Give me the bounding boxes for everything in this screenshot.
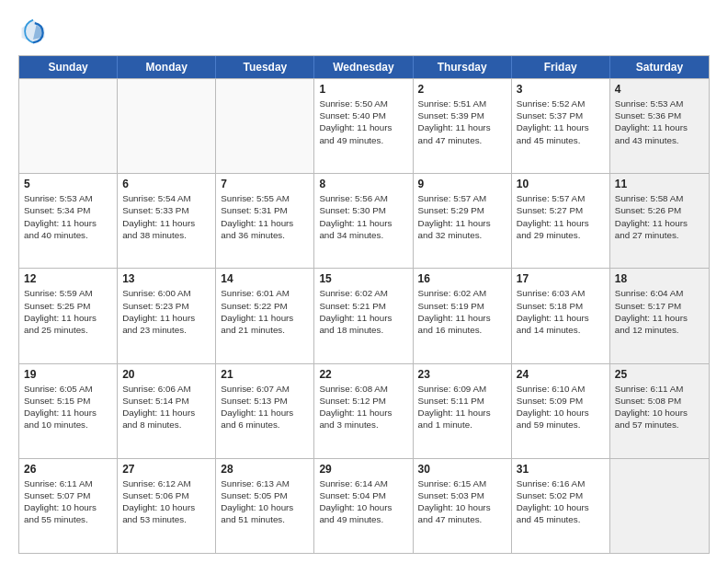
calendar-cell-27: 27Sunrise: 6:12 AM Sunset: 5:06 PM Dayli… (118, 459, 216, 553)
cell-info: Sunrise: 6:02 AM Sunset: 5:19 PM Dayligh… (418, 287, 506, 336)
weekday-header-thursday: Thursday (414, 56, 512, 78)
cell-info: Sunrise: 6:14 AM Sunset: 5:04 PM Dayligh… (319, 477, 407, 526)
cell-info: Sunrise: 5:53 AM Sunset: 5:36 PM Dayligh… (615, 98, 704, 146)
cell-info: Sunrise: 5:57 AM Sunset: 5:27 PM Dayligh… (517, 192, 605, 241)
cell-info: Sunrise: 6:02 AM Sunset: 5:21 PM Dayligh… (319, 287, 407, 336)
cell-info: Sunrise: 6:00 AM Sunset: 5:23 PM Dayligh… (122, 287, 210, 336)
day-number: 15 (319, 272, 407, 285)
day-number: 25 (615, 368, 704, 381)
calendar-cell-7: 7Sunrise: 5:55 AM Sunset: 5:31 PM Daylig… (216, 174, 314, 268)
calendar-cell-empty-4-6 (610, 459, 709, 553)
weekday-header-friday: Friday (512, 56, 610, 78)
calendar-cell-30: 30Sunrise: 6:15 AM Sunset: 5:03 PM Dayli… (414, 459, 512, 553)
calendar-cell-5: 5Sunrise: 5:53 AM Sunset: 5:34 PM Daylig… (19, 174, 118, 268)
weekday-header-tuesday: Tuesday (216, 56, 314, 78)
day-number: 16 (418, 272, 506, 285)
calendar-cell-1: 1Sunrise: 5:50 AM Sunset: 5:40 PM Daylig… (314, 79, 413, 173)
calendar-cell-2: 2Sunrise: 5:51 AM Sunset: 5:39 PM Daylig… (414, 79, 512, 173)
day-number: 7 (221, 178, 309, 190)
day-number: 29 (319, 463, 407, 476)
cell-info: Sunrise: 6:04 AM Sunset: 5:17 PM Dayligh… (615, 287, 704, 336)
day-number: 28 (221, 463, 309, 476)
calendar-cell-20: 20Sunrise: 6:06 AM Sunset: 5:14 PM Dayli… (118, 364, 216, 458)
calendar-row-1: 5Sunrise: 5:53 AM Sunset: 5:34 PM Daylig… (19, 173, 709, 268)
cell-info: Sunrise: 6:08 AM Sunset: 5:12 PM Dayligh… (319, 383, 407, 431)
cell-info: Sunrise: 6:09 AM Sunset: 5:11 PM Dayligh… (418, 383, 506, 431)
cell-info: Sunrise: 5:55 AM Sunset: 5:31 PM Dayligh… (221, 192, 309, 241)
cell-info: Sunrise: 5:51 AM Sunset: 5:39 PM Dayligh… (418, 98, 506, 146)
calendar-cell-6: 6Sunrise: 5:54 AM Sunset: 5:33 PM Daylig… (118, 174, 216, 268)
day-number: 10 (517, 178, 605, 190)
weekday-header-monday: Monday (118, 56, 216, 78)
day-number: 20 (122, 368, 210, 381)
cell-info: Sunrise: 5:58 AM Sunset: 5:26 PM Dayligh… (615, 192, 704, 241)
cell-info: Sunrise: 5:56 AM Sunset: 5:30 PM Dayligh… (319, 192, 407, 241)
calendar-cell-28: 28Sunrise: 6:13 AM Sunset: 5:05 PM Dayli… (216, 459, 314, 553)
calendar-cell-26: 26Sunrise: 6:11 AM Sunset: 5:07 PM Dayli… (19, 459, 118, 553)
cell-info: Sunrise: 6:13 AM Sunset: 5:05 PM Dayligh… (221, 477, 309, 526)
cell-info: Sunrise: 5:50 AM Sunset: 5:40 PM Dayligh… (319, 98, 407, 146)
day-number: 21 (221, 368, 309, 381)
cell-info: Sunrise: 6:15 AM Sunset: 5:03 PM Dayligh… (418, 477, 506, 526)
cell-info: Sunrise: 5:52 AM Sunset: 5:37 PM Dayligh… (517, 98, 605, 146)
calendar-cell-11: 11Sunrise: 5:58 AM Sunset: 5:26 PM Dayli… (610, 174, 709, 268)
calendar-cell-24: 24Sunrise: 6:10 AM Sunset: 5:09 PM Dayli… (512, 364, 610, 458)
day-number: 5 (24, 178, 112, 190)
cell-info: Sunrise: 6:11 AM Sunset: 5:08 PM Dayligh… (615, 383, 704, 431)
day-number: 27 (122, 463, 210, 476)
day-number: 30 (418, 463, 506, 476)
calendar-cell-22: 22Sunrise: 6:08 AM Sunset: 5:12 PM Dayli… (314, 364, 413, 458)
cell-info: Sunrise: 6:12 AM Sunset: 5:06 PM Dayligh… (122, 477, 210, 526)
logo (18, 17, 51, 46)
calendar-header: SundayMondayTuesdayWednesdayThursdayFrid… (19, 56, 709, 78)
calendar-cell-9: 9Sunrise: 5:57 AM Sunset: 5:29 PM Daylig… (414, 174, 512, 268)
cell-info: Sunrise: 6:16 AM Sunset: 5:02 PM Dayligh… (517, 477, 605, 526)
weekday-header-wednesday: Wednesday (314, 56, 413, 78)
day-number: 8 (319, 178, 407, 190)
cell-info: Sunrise: 5:59 AM Sunset: 5:25 PM Dayligh… (24, 287, 112, 336)
calendar-cell-3: 3Sunrise: 5:52 AM Sunset: 5:37 PM Daylig… (512, 79, 610, 173)
day-number: 6 (122, 178, 210, 190)
day-number: 17 (517, 272, 605, 285)
logo-icon (18, 17, 48, 46)
calendar-cell-10: 10Sunrise: 5:57 AM Sunset: 5:27 PM Dayli… (512, 174, 610, 268)
weekday-header-sunday: Sunday (19, 56, 118, 78)
cell-info: Sunrise: 5:54 AM Sunset: 5:33 PM Dayligh… (122, 192, 210, 241)
day-number: 26 (24, 463, 112, 476)
calendar-cell-13: 13Sunrise: 6:00 AM Sunset: 5:23 PM Dayli… (118, 269, 216, 362)
calendar-row-0: 1Sunrise: 5:50 AM Sunset: 5:40 PM Daylig… (19, 78, 709, 173)
cell-info: Sunrise: 6:10 AM Sunset: 5:09 PM Dayligh… (517, 383, 605, 431)
cell-info: Sunrise: 6:01 AM Sunset: 5:22 PM Dayligh… (221, 287, 309, 336)
day-number: 1 (319, 83, 407, 96)
calendar-cell-25: 25Sunrise: 6:11 AM Sunset: 5:08 PM Dayli… (610, 364, 709, 458)
cell-info: Sunrise: 6:06 AM Sunset: 5:14 PM Dayligh… (122, 383, 210, 431)
calendar-cell-15: 15Sunrise: 6:02 AM Sunset: 5:21 PM Dayli… (314, 269, 413, 362)
cell-info: Sunrise: 5:53 AM Sunset: 5:34 PM Dayligh… (24, 192, 112, 241)
calendar-cell-4: 4Sunrise: 5:53 AM Sunset: 5:36 PM Daylig… (610, 79, 709, 173)
day-number: 9 (418, 178, 506, 190)
calendar: SundayMondayTuesdayWednesdayThursdayFrid… (18, 55, 710, 554)
day-number: 13 (122, 272, 210, 285)
calendar-cell-empty-0-0 (19, 79, 118, 173)
day-number: 12 (24, 272, 112, 285)
calendar-cell-31: 31Sunrise: 6:16 AM Sunset: 5:02 PM Dayli… (512, 459, 610, 553)
day-number: 31 (517, 463, 605, 476)
calendar-cell-29: 29Sunrise: 6:14 AM Sunset: 5:04 PM Dayli… (314, 459, 413, 553)
cell-info: Sunrise: 6:07 AM Sunset: 5:13 PM Dayligh… (221, 383, 309, 431)
day-number: 22 (319, 368, 407, 381)
calendar-cell-empty-0-1 (118, 79, 216, 173)
day-number: 4 (615, 83, 704, 96)
calendar-cell-8: 8Sunrise: 5:56 AM Sunset: 5:30 PM Daylig… (314, 174, 413, 268)
day-number: 23 (418, 368, 506, 381)
calendar-cell-18: 18Sunrise: 6:04 AM Sunset: 5:17 PM Dayli… (610, 269, 709, 362)
cell-info: Sunrise: 6:05 AM Sunset: 5:15 PM Dayligh… (24, 383, 112, 431)
calendar-cell-14: 14Sunrise: 6:01 AM Sunset: 5:22 PM Dayli… (216, 269, 314, 362)
day-number: 2 (418, 83, 506, 96)
calendar-cell-16: 16Sunrise: 6:02 AM Sunset: 5:19 PM Dayli… (414, 269, 512, 362)
day-number: 18 (615, 272, 704, 285)
calendar-cell-21: 21Sunrise: 6:07 AM Sunset: 5:13 PM Dayli… (216, 364, 314, 458)
calendar-cell-12: 12Sunrise: 5:59 AM Sunset: 5:25 PM Dayli… (19, 269, 118, 362)
calendar-cell-empty-0-2 (216, 79, 314, 173)
calendar-row-4: 26Sunrise: 6:11 AM Sunset: 5:07 PM Dayli… (19, 458, 709, 553)
day-number: 24 (517, 368, 605, 381)
